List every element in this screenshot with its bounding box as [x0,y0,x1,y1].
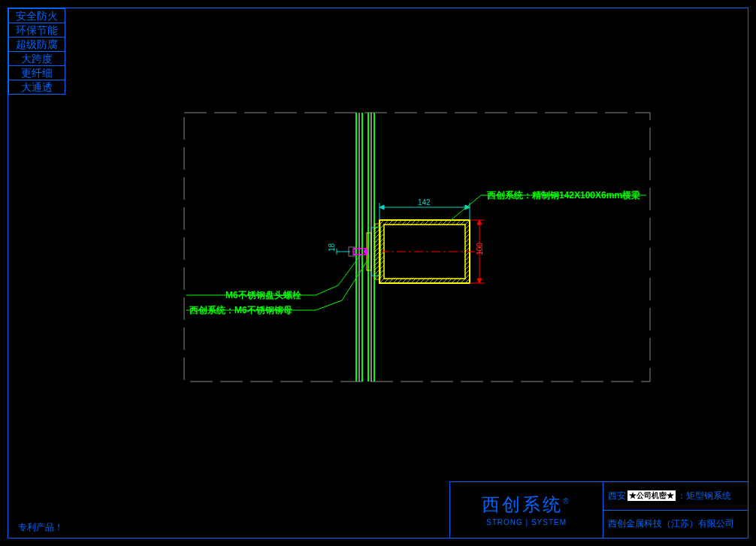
svg-point-12 [364,249,368,254]
secret-badge: ★公司机密★ [627,490,676,501]
cad-drawing [0,0,756,546]
logo-cell: 西创系统® STRONG | SYSTEM [449,481,603,538]
label-beam: 西创系统：精制钢142X100X6mm横梁 [487,189,640,202]
svg-rect-15 [375,224,380,279]
company-cell: 西创金属科技（江苏）有限公司 [603,510,748,539]
dim-height-text: 100 [476,243,484,255]
dim-offset [337,249,350,255]
title-block: 西创系统® STRONG | SYSTEM 西安 ★公司机密★ ：矩型钢系统 西… [449,481,748,538]
logo-sub: STRONG | SYSTEM [450,518,603,526]
svg-marker-19 [380,205,384,210]
steel-tube [380,220,481,283]
svg-rect-0 [184,113,650,382]
svg-marker-25 [477,279,482,283]
dim-offset-text: 18 [328,243,336,252]
label-rivet: 西创系统：M6不锈钢铆母 [189,304,292,317]
leader-rivet [186,259,368,310]
logo-main: 西创系统® [450,493,603,517]
patent-text: 专利产品！ [18,521,63,534]
label-bolt: M6不锈钢盘头螺栓 [225,289,301,302]
svg-marker-24 [477,220,482,225]
connector-bracket [349,224,380,279]
dim-width-text: 142 [418,198,431,207]
project-cell: 西安 ★公司机密★ ：矩型钢系统 [603,481,748,511]
